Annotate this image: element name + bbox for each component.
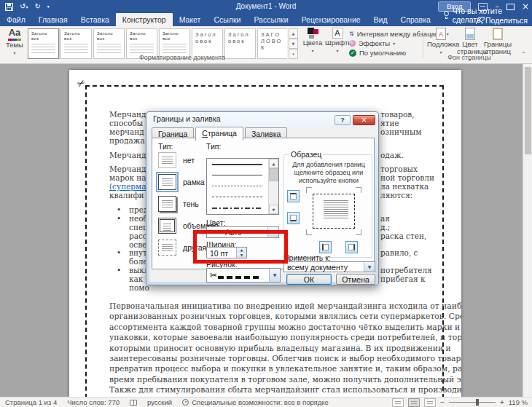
preview-hint: Для добавления границ щелкните образец и… xyxy=(287,161,370,185)
tab-Рецензирование[interactable]: Рецензирование xyxy=(295,13,367,26)
scrollbar-thumb[interactable] xyxy=(525,67,531,154)
share-button[interactable]: Поделиться xyxy=(476,16,528,25)
page-borders-icon xyxy=(493,28,503,40)
set-default-button[interactable]: ✓ По умолчанию xyxy=(349,48,422,58)
lightbulb-icon xyxy=(443,11,449,20)
document-text-line: ассортимента каждой товарной группы можн… xyxy=(109,323,436,333)
border-type-icon xyxy=(158,240,176,256)
document-text-line: превратив процесс выбора и покупки в увл… xyxy=(109,364,436,374)
border-type-тень[interactable]: тень xyxy=(158,196,199,212)
document-text-line: упаковки, которые завоевали наибольшую п… xyxy=(109,333,436,343)
ribbon-tabs: ФайлГлавнаяВставкаКонструкторМакетСсылки… xyxy=(0,13,532,26)
page-borders-button[interactable]: Границыстраниц xyxy=(484,28,512,55)
document-text-line: Также для стимулирования сбыта мерчандай… xyxy=(109,385,436,395)
document-text-line: заинтересованы розничные торговцы. Облег… xyxy=(109,354,436,364)
line-style-option[interactable] xyxy=(207,159,278,170)
line-style-list: ▲ ▼ xyxy=(206,158,279,215)
apply-to-dropdown[interactable]: всему документу ▼ xyxy=(283,261,375,272)
tab-Макет[interactable]: Макет xyxy=(173,13,208,26)
fonts-icon: А xyxy=(332,28,343,39)
border-type-рамка[interactable]: рамка xyxy=(158,174,205,190)
line-style-option[interactable] xyxy=(207,202,278,213)
colors-button[interactable]: Цвета▾ xyxy=(302,28,324,55)
line-style-option[interactable] xyxy=(207,191,278,202)
document-text-fragment: ятие xyxy=(380,119,399,128)
chevron-down-icon: ▼ xyxy=(364,262,375,272)
left-border-toggle[interactable] xyxy=(319,241,332,253)
watermark-icon: A xyxy=(436,28,446,40)
style-set-thumbnail[interactable]: Заголовок xyxy=(28,28,59,59)
document-text-line: Первоначальная инициатива по внедрению и… xyxy=(109,301,436,312)
zoom-slider-thumb[interactable] xyxy=(476,399,479,406)
top-border-toggle[interactable] xyxy=(287,190,300,202)
document-text-fragment: озничным xyxy=(380,128,422,137)
accessibility-icon xyxy=(182,399,189,406)
accessibility-status[interactable]: Специальные возможности: все в порядке xyxy=(177,398,334,406)
effects-button[interactable]: Эффекты▾ xyxy=(349,39,422,48)
border-type-label: тень xyxy=(183,199,199,208)
chevron-down-icon: ▼ xyxy=(269,269,280,282)
cancel-button[interactable]: Отмена xyxy=(336,274,375,285)
checkmark-icon: ✓ xyxy=(349,50,356,57)
colors-icon xyxy=(308,28,318,39)
scissors-icon: ✂ xyxy=(210,270,217,280)
border-type-icon xyxy=(158,218,176,234)
dialog-help-button[interactable]: ? xyxy=(335,115,351,125)
dialog-tab-Страница[interactable]: Страница xyxy=(195,127,243,141)
bottom-border-toggle[interactable] xyxy=(287,212,300,224)
border-preview[interactable] xyxy=(306,187,361,235)
themes-button[interactable]: Aa Темы▾ xyxy=(3,28,26,57)
group-divider xyxy=(423,29,423,58)
tab-Ссылки[interactable]: Ссылки xyxy=(207,13,247,26)
zoom-in-icon[interactable]: + xyxy=(500,398,504,406)
web-layout-icon[interactable] xyxy=(424,398,436,407)
art-dropdown[interactable]: ✂ ▼ xyxy=(206,268,281,282)
annotation-highlight xyxy=(193,230,288,264)
word-count[interactable]: Число слов: 770 xyxy=(62,398,125,406)
tab-Справка[interactable]: Справка xyxy=(394,13,437,26)
setting-label: Тип: xyxy=(158,142,173,151)
vertical-scrollbar[interactable] xyxy=(523,64,532,397)
status-bar: Страница 1 из 4 Число слов: 770 русский … xyxy=(0,397,532,407)
document-text-line: которыми приносит основную прибыль владе… xyxy=(109,344,436,354)
tab-Вставка[interactable]: Вставка xyxy=(74,13,116,26)
document-paragraph: Первоначальная инициатива по внедрению и… xyxy=(109,301,436,397)
read-mode-icon[interactable] xyxy=(392,398,404,407)
fonts-button[interactable]: А Шрифты▾ xyxy=(325,28,350,55)
page-indicator[interactable]: Страница 1 из 4 xyxy=(0,398,62,406)
print-layout-icon[interactable] xyxy=(408,398,420,407)
preview-dashed-border xyxy=(313,194,355,229)
line-style-option[interactable] xyxy=(207,181,278,191)
group-label-document-formatting: Форматирование документа xyxy=(102,54,262,61)
border-type-icon xyxy=(158,174,176,190)
style-set-thumbnail[interactable]: Заголовок xyxy=(60,28,92,59)
tab-Вид[interactable]: Вид xyxy=(367,13,394,26)
border-type-нет[interactable]: нет xyxy=(158,152,195,168)
zoom-slider[interactable] xyxy=(449,402,496,403)
tab-Главная[interactable]: Главная xyxy=(32,13,74,26)
paragraph-spacing-icon: ⇅ xyxy=(349,31,354,37)
tab-Конструктор[interactable]: Конструктор xyxy=(116,13,173,26)
gallery-down-icon[interactable]: ▼ xyxy=(289,39,298,49)
gallery-up-icon[interactable]: ▲ xyxy=(289,28,298,39)
zoom-level[interactable]: 119 % xyxy=(509,398,528,406)
zoom-out-icon[interactable]: − xyxy=(440,398,445,406)
apply-to-value: всему документу xyxy=(284,263,364,272)
line-style-option[interactable] xyxy=(207,170,278,181)
ribbon: Aa Темы▾ ЗаголовокЗаголовокЗаголовокЗаго… xyxy=(0,26,532,64)
dialog-close-button[interactable]: × xyxy=(353,115,375,125)
ok-button[interactable]: ОК xyxy=(286,274,332,285)
preview-group: Образец Для добавления границ щелкните о… xyxy=(283,154,372,258)
language-indicator[interactable]: русский xyxy=(142,398,177,406)
collapse-ribbon-icon[interactable]: ⌃ xyxy=(521,51,526,58)
tab-Файл[interactable]: Файл xyxy=(0,13,32,26)
person-icon xyxy=(476,17,482,24)
gallery-more-icon[interactable]: ▾ xyxy=(289,49,298,59)
right-border-toggle[interactable] xyxy=(345,241,358,253)
tab-Рассылки[interactable]: Рассылки xyxy=(247,13,294,26)
document-text-fragment: одаж. xyxy=(380,151,404,160)
proofing-status[interactable] xyxy=(125,400,142,406)
effects-icon xyxy=(349,40,356,47)
watermark-button[interactable]: A Подложка▾ xyxy=(427,28,455,56)
paragraph-spacing-button[interactable]: ⇅ Интервал между абзацами▾ xyxy=(349,29,422,39)
